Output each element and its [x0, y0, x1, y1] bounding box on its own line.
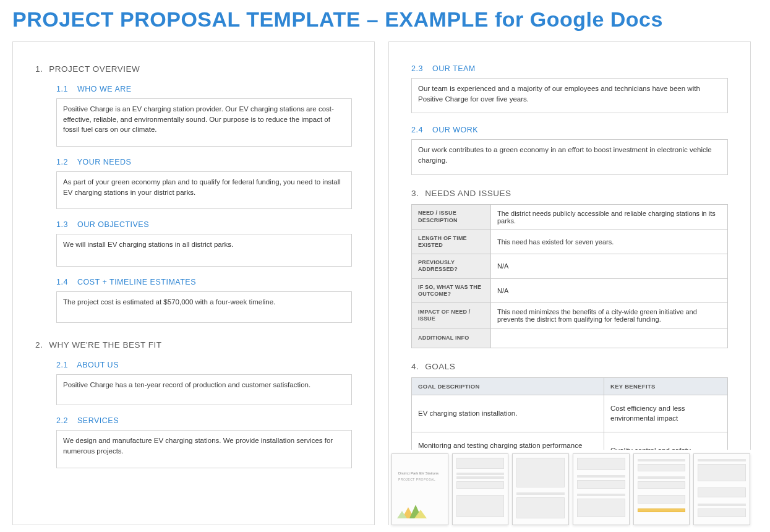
subheading-cost: 1.4 COST + TIMELINE ESTIMATES [56, 278, 352, 286]
sub-num: 1.4 [56, 278, 75, 286]
section-num: 1. [35, 64, 46, 74]
need-label: IMPACT OF NEED / ISSUE [412, 303, 491, 328]
content-your-needs: As part of your green economy plan and t… [56, 171, 352, 209]
table-row: ADDITIONAL INFO [412, 328, 728, 348]
subheading-who-we-are: 1.1 WHO WE ARE [56, 85, 352, 93]
content-services: We design and manufacture EV charging st… [56, 430, 352, 468]
table-row: LENGTH OF TIME EXISTED This need has exi… [412, 230, 728, 254]
sub-num: 2.4 [411, 126, 430, 134]
sub-num: 1.2 [56, 158, 75, 166]
table-row: NEED / ISSUE DESCRIPTION The district ne… [412, 204, 728, 230]
sub-title: ABOUT US [77, 361, 119, 369]
section-title: WHY WE'RE THE BEST FIT [49, 340, 161, 350]
section-title: PROJECT OVERVIEW [49, 64, 140, 74]
pages-container: 1. PROJECT OVERVIEW 1.1 WHO WE ARE Posit… [12, 41, 758, 525]
sub-title: SERVICES [77, 416, 119, 425]
thumbnail-page-5[interactable] [633, 453, 690, 525]
content-objectives: We will install EV charging stations in … [56, 234, 352, 267]
section-title: GOALS [425, 362, 455, 371]
section-num: 3. [411, 189, 422, 198]
sub-title: OUR OBJECTIVES [77, 220, 149, 229]
goal-header-b: KEY BENEFITS [604, 378, 728, 395]
content-team: Our team is experienced and a majority o… [411, 78, 728, 113]
need-value: N/A [491, 278, 728, 303]
need-label: ADDITIONAL INFO [412, 328, 491, 348]
section-title: NEEDS AND ISSUES [425, 189, 511, 198]
need-label: NEED / ISSUE DESCRIPTION [412, 204, 491, 230]
thumbnail-page-2[interactable] [452, 453, 509, 525]
subheading-about: 2.1 ABOUT US [56, 361, 352, 369]
goal-header-a: GOAL DESCRIPTION [412, 378, 604, 395]
subheading-work: 2.4 OUR WORK [411, 126, 728, 134]
sub-title: OUR TEAM [432, 64, 476, 73]
need-value: This need minimizes the benefits of a ci… [491, 303, 728, 328]
content-who-we-are: Positive Charge is an EV charging statio… [56, 98, 352, 147]
table-row: EV charging station installation. Cost e… [412, 395, 728, 432]
sub-num: 2.1 [56, 361, 75, 369]
need-value: N/A [491, 254, 728, 279]
sub-title: YOUR NEEDS [77, 158, 132, 166]
content-cost: The project cost is estimated at $570,00… [56, 291, 352, 323]
need-label: PREVIOUSLY ADDRESSED? [412, 254, 491, 279]
section-goals-heading: 4. GOALS [411, 362, 728, 371]
page-left: 1. PROJECT OVERVIEW 1.1 WHO WE ARE Posit… [12, 41, 375, 525]
sub-num: 2.3 [411, 64, 430, 73]
need-value [491, 328, 728, 348]
thumb-cover-subtitle: PROJECT PROPOSAL [398, 478, 435, 481]
need-label: LENGTH OF TIME EXISTED [412, 230, 491, 254]
thumbnail-page-6[interactable] [693, 453, 750, 525]
sub-title: WHO WE ARE [77, 85, 132, 93]
thumb-cover-title: District Park EV Stations [398, 471, 438, 475]
triangle-graphic-icon [396, 494, 430, 521]
table-row: IF SO, WHAT WAS THE OUTCOME? N/A [412, 278, 728, 303]
content-about: Positive Charge has a ten-year record of… [56, 374, 352, 406]
section-bestfit-heading: 2. WHY WE'RE THE BEST FIT [35, 340, 352, 350]
page-title: PROJECT PROPOSAL TEMPLATE – EXAMPLE for … [12, 7, 758, 32]
section-needs-heading: 3. NEEDS AND ISSUES [411, 189, 728, 198]
content-work: Our work contributes to a green economy … [411, 139, 728, 174]
thumbnail-page-1[interactable]: District Park EV Stations PROJECT PROPOS… [391, 453, 448, 525]
table-row: IMPACT OF NEED / ISSUE This need minimiz… [412, 303, 728, 328]
subheading-your-needs: 1.2 YOUR NEEDS [56, 158, 352, 166]
sub-num: 1.3 [56, 220, 75, 229]
goal-desc: EV charging station installation. [412, 395, 604, 432]
subheading-team: 2.3 OUR TEAM [411, 64, 728, 73]
sub-title: COST + TIMELINE ESTIMATES [77, 278, 196, 286]
sub-num: 1.1 [56, 85, 75, 93]
table-row: PREVIOUSLY ADDRESSED? N/A [412, 254, 728, 279]
subheading-objectives: 1.3 OUR OBJECTIVES [56, 220, 352, 229]
page-right: 2.3 OUR TEAM Our team is experienced and… [388, 41, 751, 525]
sub-num: 2.2 [56, 416, 75, 425]
thumbnail-page-3[interactable] [512, 453, 569, 525]
section-overview-heading: 1. PROJECT OVERVIEW [35, 64, 352, 74]
need-value: The district needs publicly accessible a… [491, 204, 728, 230]
table-header-row: GOAL DESCRIPTION KEY BENEFITS [412, 378, 728, 395]
page-thumbnails: District Park EV Stations PROJECT PROPOS… [389, 450, 753, 525]
need-label: IF SO, WHAT WAS THE OUTCOME? [412, 278, 491, 303]
subheading-services: 2.2 SERVICES [56, 416, 352, 425]
section-num: 4. [411, 362, 422, 371]
section-num: 2. [35, 340, 46, 350]
need-value: This need has existed for seven years. [491, 230, 728, 254]
needs-table: NEED / ISSUE DESCRIPTION The district ne… [411, 204, 728, 349]
thumbnail-page-4[interactable] [573, 453, 630, 525]
sub-title: OUR WORK [432, 126, 478, 134]
goal-benefit: Cost efficiency and less environmental i… [604, 395, 728, 432]
